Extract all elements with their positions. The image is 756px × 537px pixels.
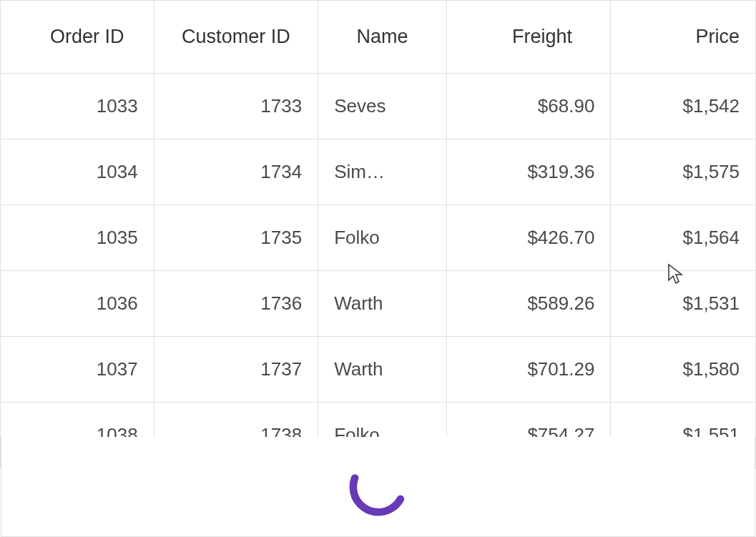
data-table: Order ID Customer ID Name Freight Price … [0,0,756,469]
table-row[interactable]: 1035 1735 Folko $426.70 $1,564 [1,205,755,271]
cell-order-id: 1034 [1,139,154,205]
table-row[interactable]: 1036 1736 Warth $589.26 $1,531 [1,271,755,337]
cell-customer-id: 1734 [154,139,319,205]
cell-price: $1,564 [611,205,755,270]
loading-spinner-icon [347,455,410,518]
cell-customer-id: 1735 [154,205,319,270]
column-header-price[interactable]: Price [611,1,755,73]
cell-name: Folko [318,205,447,270]
cell-price: $1,575 [611,139,755,205]
cell-order-id: 1033 [1,74,154,139]
column-header-customer-id[interactable]: Customer ID [154,1,319,73]
cell-freight: $68.90 [447,74,612,139]
table-row[interactable]: 1037 1737 Warth $701.29 $1,580 [1,337,755,403]
cell-name: Warth [318,337,447,402]
column-header-freight[interactable]: Freight [447,1,612,73]
cell-customer-id: 1736 [154,271,319,336]
table-header-row: Order ID Customer ID Name Freight Price [1,1,755,74]
table-row[interactable]: 1034 1734 Sim… $319.36 $1,575 [1,139,755,205]
column-header-name[interactable]: Name [318,1,447,73]
loading-indicator-area [1,437,755,537]
cell-name: Warth [318,271,447,336]
cell-freight: $319.36 [447,139,612,205]
cell-freight: $589.26 [447,271,612,336]
cell-price: $1,542 [611,74,755,139]
table-row[interactable]: 1033 1733 Seves $68.90 $1,542 [1,74,755,139]
cell-customer-id: 1733 [154,74,319,139]
cell-customer-id: 1737 [154,337,319,402]
cell-freight: $701.29 [447,337,612,402]
cell-order-id: 1035 [1,205,154,270]
cell-order-id: 1037 [1,337,154,402]
cell-name: Seves [318,74,447,139]
cell-order-id: 1036 [1,271,154,336]
cell-price: $1,580 [611,337,755,402]
column-header-order-id[interactable]: Order ID [1,1,154,73]
cell-freight: $426.70 [447,205,612,270]
cell-name: Sim… [318,139,447,205]
svg-point-0 [353,461,403,511]
cell-price: $1,531 [611,271,755,336]
